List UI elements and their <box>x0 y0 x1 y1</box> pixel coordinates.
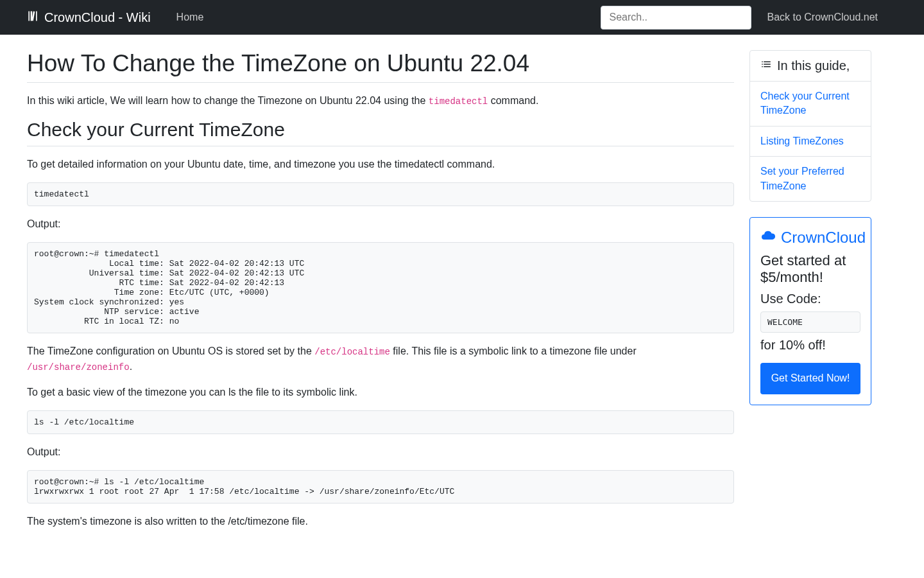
cloud-icon <box>760 228 776 247</box>
page-title: How To Change the TimeZone on Ubuntu 22.… <box>27 50 734 83</box>
output-label-1: Output: <box>27 216 734 232</box>
toc-item-set[interactable]: Set your Preferred TimeZone <box>750 157 871 201</box>
top-navbar: CrownCloud - Wiki Home Back to CrownClou… <box>0 0 924 35</box>
toc-title: In this guide, <box>777 58 850 73</box>
sec1-p2-c: . <box>130 361 132 372</box>
sec1-p2: The TimeZone configuration on Ubuntu OS … <box>27 344 734 374</box>
promo-title[interactable]: CrownCloud <box>760 228 860 247</box>
sec1-p2-a: The TimeZone configuration on Ubuntu OS … <box>27 346 314 356</box>
code-block-timedatectl: timedatectl <box>27 182 734 206</box>
sec1-p2-b: file. This file is a symbolic link to a … <box>390 346 637 356</box>
promo-code-label: Use Code: <box>760 292 860 306</box>
nav-right: Back to CrownCloud.net <box>601 6 914 30</box>
toc-item-listing[interactable]: Listing TimeZones <box>750 127 871 157</box>
promo-code-value: WELCOME <box>760 311 860 333</box>
section-check-timezone: Check your Current TimeZone <box>27 119 734 146</box>
promo-card: CrownCloud Get started at $5/month! Use … <box>749 217 871 405</box>
code-etc-localtime: /etc/localtime <box>314 347 390 357</box>
list-icon <box>760 58 772 73</box>
nav-home[interactable]: Home <box>166 6 214 28</box>
intro-text-b: command. <box>488 95 538 106</box>
sec1-p3: To get a basic view of the timezone you … <box>27 385 734 400</box>
output-label-2: Output: <box>27 444 734 460</box>
promo-subtitle: Get started at $5/month! <box>760 252 860 286</box>
search-input[interactable] <box>601 6 751 30</box>
page-container: How To Change the TimeZone on Ubuntu 22.… <box>0 35 898 555</box>
code-block-ls: ls -l /etc/localtime <box>27 410 734 434</box>
intro-paragraph: In this wiki article, We will learn how … <box>27 93 734 109</box>
toc-header: In this guide, <box>750 51 871 82</box>
back-to-site-link[interactable]: Back to CrownCloud.net <box>757 6 888 28</box>
sidebar: In this guide, Check your Current TimeZo… <box>749 50 871 539</box>
promo-discount: for 10% off! <box>760 338 860 353</box>
code-block-output1: root@crown:~# timedatectl Local time: Sa… <box>27 242 734 333</box>
intro-code: timedatectl <box>429 96 488 107</box>
books-icon <box>26 10 39 26</box>
nav-links: Home <box>166 6 601 28</box>
article-main: How To Change the TimeZone on Ubuntu 22.… <box>27 50 734 539</box>
promo-brand: CrownCloud <box>781 229 866 247</box>
toc-list: Check your Current TimeZone Listing Time… <box>750 82 871 201</box>
toc-card: In this guide, Check your Current TimeZo… <box>749 50 871 202</box>
sec1-p4: The system's timezone is also written to… <box>27 514 734 529</box>
code-block-output2: root@crown:~# ls -l /etc/localtime lrwxr… <box>27 470 734 504</box>
code-zoneinfo: /usr/share/zoneinfo <box>27 362 130 372</box>
toc-item-check[interactable]: Check your Current TimeZone <box>750 82 871 127</box>
brand-text: CrownCloud - Wiki <box>44 10 151 25</box>
brand-link[interactable]: CrownCloud - Wiki <box>26 10 151 26</box>
sec1-p1: To get detailed information on your Ubun… <box>27 157 734 172</box>
intro-text-a: In this wiki article, We will learn how … <box>27 95 429 106</box>
get-started-button[interactable]: Get Started Now! <box>760 363 860 394</box>
